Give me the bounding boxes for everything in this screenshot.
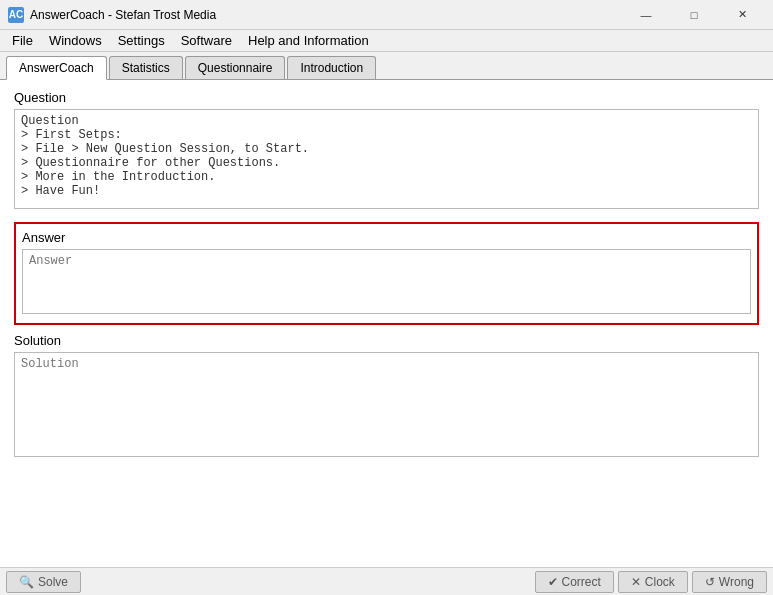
wrong-icon: ↺ bbox=[705, 575, 715, 589]
wrong-label: Wrong bbox=[719, 575, 754, 589]
clock-icon: ✕ bbox=[631, 575, 641, 589]
correct-button[interactable]: ✔ Correct bbox=[535, 571, 614, 593]
window-controls: — □ ✕ bbox=[623, 0, 765, 30]
question-label: Question bbox=[14, 90, 759, 105]
menubar: File Windows Settings Software Help and … bbox=[0, 30, 773, 52]
titlebar-title: AnswerCoach - Stefan Trost Media bbox=[30, 8, 623, 22]
answer-section: Answer bbox=[14, 222, 759, 325]
menu-file[interactable]: File bbox=[4, 31, 41, 50]
answer-label: Answer bbox=[22, 230, 751, 245]
correct-label: Correct bbox=[562, 575, 601, 589]
question-section: Question bbox=[14, 90, 759, 222]
clock-label: Clock bbox=[645, 575, 675, 589]
clock-button[interactable]: ✕ Clock bbox=[618, 571, 688, 593]
tab-questionnaire[interactable]: Questionnaire bbox=[185, 56, 286, 79]
minimize-button[interactable]: — bbox=[623, 0, 669, 30]
answer-textarea[interactable] bbox=[22, 249, 751, 314]
tab-introduction[interactable]: Introduction bbox=[287, 56, 376, 79]
menu-settings[interactable]: Settings bbox=[110, 31, 173, 50]
question-textarea[interactable] bbox=[14, 109, 759, 209]
solve-button[interactable]: 🔍 Solve bbox=[6, 571, 81, 593]
app-icon: AC bbox=[8, 7, 24, 23]
solve-label: Solve bbox=[38, 575, 68, 589]
tab-statistics[interactable]: Statistics bbox=[109, 56, 183, 79]
bottom-toolbar: 🔍 Solve ✔ Correct ✕ Clock ↺ Wrong bbox=[0, 567, 773, 595]
close-button[interactable]: ✕ bbox=[719, 0, 765, 30]
solution-label: Solution bbox=[14, 333, 759, 348]
menu-software[interactable]: Software bbox=[173, 31, 240, 50]
titlebar: AC AnswerCoach - Stefan Trost Media — □ … bbox=[0, 0, 773, 30]
menu-windows[interactable]: Windows bbox=[41, 31, 110, 50]
solution-textarea[interactable] bbox=[14, 352, 759, 457]
tab-answercoach[interactable]: AnswerCoach bbox=[6, 56, 107, 80]
solve-icon: 🔍 bbox=[19, 575, 34, 589]
wrong-button[interactable]: ↺ Wrong bbox=[692, 571, 767, 593]
maximize-button[interactable]: □ bbox=[671, 0, 717, 30]
tabbar: AnswerCoach Statistics Questionnaire Int… bbox=[0, 52, 773, 80]
solution-section: Solution bbox=[14, 333, 759, 470]
menu-help[interactable]: Help and Information bbox=[240, 31, 377, 50]
main-content: Question Answer Solution bbox=[0, 80, 773, 567]
correct-icon: ✔ bbox=[548, 575, 558, 589]
